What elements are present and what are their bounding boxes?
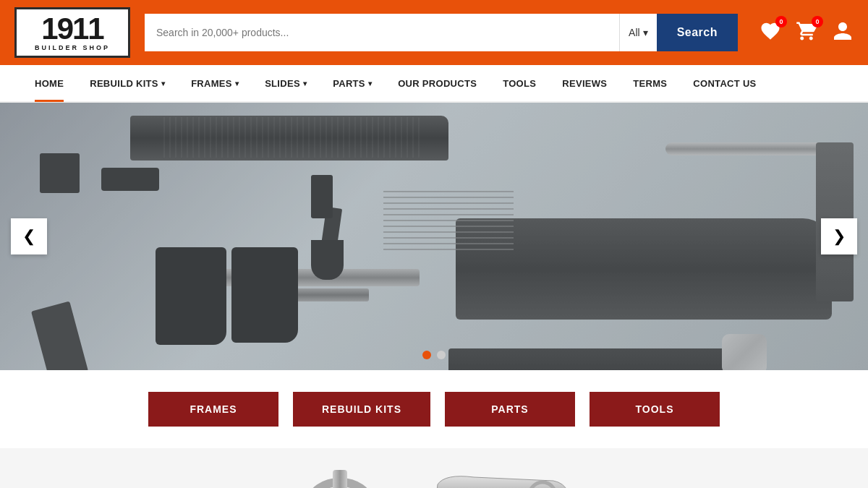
hero-overlay bbox=[0, 103, 868, 370]
nav-item-our-products[interactable]: OUR PRODUCTS bbox=[385, 64, 490, 102]
hero-slider: ❮ ❯ bbox=[0, 103, 868, 370]
product-thumbnail-1 bbox=[293, 463, 387, 488]
main-nav: HOME REBUILD KITS ▾ FRAMES ▾ SLIDES ▾ PA… bbox=[0, 65, 868, 103]
category-button-parts[interactable]: PARTS bbox=[445, 392, 575, 427]
category-button-rebuild-kits[interactable]: REBUILD KITS bbox=[293, 392, 430, 427]
logo-sub: BUILDER SHOP bbox=[35, 44, 110, 51]
chevron-down-icon: ▾ bbox=[235, 80, 239, 87]
logo[interactable]: 1911 BUILDER SHOP bbox=[14, 7, 130, 58]
chevron-down-icon: ▾ bbox=[161, 80, 165, 87]
category-button-frames[interactable]: FRAMES bbox=[148, 392, 278, 427]
nav-item-tools[interactable]: TOOLS bbox=[490, 64, 549, 102]
nav-item-terms[interactable]: TERMS bbox=[620, 64, 680, 102]
product-thumbnail-2 bbox=[430, 463, 575, 488]
search-bar: All ▾ Search bbox=[145, 14, 738, 51]
category-button-tools[interactable]: TOOLS bbox=[590, 392, 720, 427]
bottom-products bbox=[0, 448, 868, 488]
slider-dot-2[interactable] bbox=[437, 351, 446, 359]
header-icons: 0 0 bbox=[760, 20, 854, 45]
chevron-down-icon: ▾ bbox=[303, 80, 307, 87]
slider-dots bbox=[422, 351, 446, 359]
category-buttons: FRAMES REBUILD KITS PARTS TOOLS bbox=[0, 370, 868, 448]
logo-number: 1911 bbox=[41, 14, 103, 44]
search-input[interactable] bbox=[145, 14, 619, 51]
filter-label: All bbox=[629, 27, 640, 38]
nav-item-home[interactable]: HOME bbox=[22, 64, 77, 102]
product-illustration-1 bbox=[293, 463, 387, 488]
slider-dot-1[interactable] bbox=[422, 351, 431, 359]
slider-prev-button[interactable]: ❮ bbox=[11, 218, 47, 254]
nav-item-parts[interactable]: PARTS ▾ bbox=[320, 64, 385, 102]
chevron-down-icon: ▾ bbox=[368, 80, 372, 87]
nav-item-reviews[interactable]: REVIEWS bbox=[549, 64, 620, 102]
chevron-down-icon: ▾ bbox=[643, 27, 648, 38]
search-filter-dropdown[interactable]: All ▾ bbox=[619, 14, 657, 51]
cart-badge: 0 bbox=[812, 16, 823, 27]
site-header: 1911 BUILDER SHOP All ▾ Search 0 0 bbox=[0, 0, 868, 65]
nav-item-rebuild-kits[interactable]: REBUILD KITS ▾ bbox=[77, 64, 178, 102]
hero-background bbox=[0, 103, 868, 370]
cart-button[interactable]: 0 bbox=[796, 20, 817, 45]
slider-next-button[interactable]: ❯ bbox=[821, 218, 857, 254]
nav-item-slides[interactable]: SLIDES ▾ bbox=[252, 64, 320, 102]
wishlist-badge: 0 bbox=[775, 16, 787, 27]
search-button[interactable]: Search bbox=[657, 14, 738, 51]
svg-rect-1 bbox=[333, 470, 347, 488]
account-button[interactable] bbox=[832, 20, 854, 45]
wishlist-button[interactable]: 0 bbox=[760, 20, 781, 45]
product-illustration-2 bbox=[430, 463, 575, 488]
nav-item-contact-us[interactable]: CONTACT US bbox=[680, 64, 769, 102]
nav-item-frames[interactable]: FRAMES ▾ bbox=[178, 64, 252, 102]
user-icon bbox=[832, 20, 854, 42]
